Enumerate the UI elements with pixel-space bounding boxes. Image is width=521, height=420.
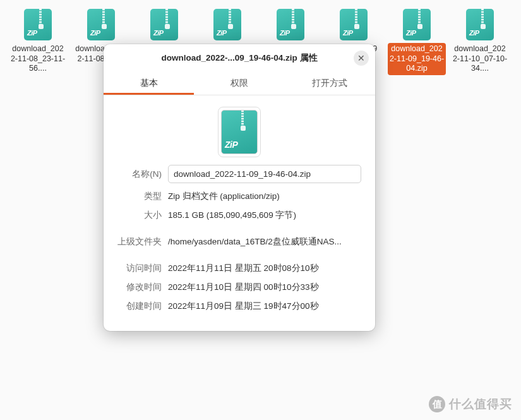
label-accessed: 访问时间 — [117, 263, 168, 274]
value-modified: 2022年11月10日 星期四 00时10分33秒 — [168, 282, 361, 293]
watermark: 值 什么值得买 — [429, 396, 512, 412]
zip-icon: ZiP — [150, 9, 178, 40]
zip-icon: ZiP — [24, 9, 52, 40]
value-created: 2022年11月09日 星期三 19时47分00秒 — [168, 301, 361, 312]
file-item[interactable]: ZiPdownload_2022-11-08_23-11-56.... — [6, 6, 69, 78]
dialog-title: download_2022-...09_19-46-04.zip 属性 — [161, 52, 317, 64]
filename-input[interactable] — [168, 165, 361, 183]
zip-icon: ZiP — [213, 9, 241, 40]
row-size: 大小 185.1 GB (185,090,495,609 字节) — [117, 210, 361, 221]
file-label: download_2022-11-08_23-11-56.... — [9, 43, 67, 75]
value-parent: /home/yasden/data_16TB/2盘位威联通NAS... — [168, 236, 361, 248]
watermark-text: 什么值得买 — [449, 396, 512, 412]
label-created: 创建时间 — [117, 301, 168, 312]
row-type: 类型 Zip 归档文件 (application/zip) — [117, 191, 361, 202]
value-size: 185.1 GB (185,090,495,609 字节) — [168, 210, 361, 221]
zip-icon: ZiP — [221, 110, 258, 154]
row-created: 创建时间 2022年11月09日 星期三 19时47分00秒 — [117, 301, 361, 312]
file-type-icon-area: ZiP — [117, 107, 361, 157]
watermark-badge: 值 — [429, 396, 445, 412]
close-button[interactable]: ✕ — [354, 51, 369, 66]
label-modified: 修改时间 — [117, 282, 168, 293]
file-item[interactable]: ZiPdownload_2022-11-09_19-46-04.zip — [385, 6, 448, 78]
file-label: download_2022-11-09_19-46-04.zip — [388, 43, 446, 75]
row-modified: 修改时间 2022年11月10日 星期四 00时10分33秒 — [117, 282, 361, 293]
file-label: download_2022-11-10_07-10-34.... — [451, 43, 509, 75]
dialog-tabs: 基本 权限 打开方式 — [104, 72, 375, 95]
dialog-header: download_2022-...09_19-46-04.zip 属性 ✕ — [104, 44, 375, 72]
value-accessed: 2022年11月11日 星期五 20时08分10秒 — [168, 263, 361, 274]
label-type: 类型 — [117, 191, 168, 202]
value-type: Zip 归档文件 (application/zip) — [168, 191, 361, 202]
row-accessed: 访问时间 2022年11月11日 星期五 20时08分10秒 — [117, 263, 361, 274]
properties-dialog: download_2022-...09_19-46-04.zip 属性 ✕ 基本… — [104, 44, 375, 331]
label-size: 大小 — [117, 210, 168, 221]
label-name: 名称(N) — [117, 169, 168, 180]
row-name: 名称(N) — [117, 165, 361, 183]
row-parent: 上级文件夹 /home/yasden/data_16TB/2盘位威联通NAS..… — [117, 236, 361, 248]
close-icon: ✕ — [357, 53, 365, 63]
label-parent: 上级文件夹 — [117, 236, 168, 248]
zip-icon: ZiP — [87, 9, 115, 40]
tab-open-with[interactable]: 打开方式 — [285, 72, 375, 95]
tab-basic[interactable]: 基本 — [104, 72, 194, 95]
file-item[interactable]: ZiPdownload_2022-11-10_07-10-34.... — [448, 6, 512, 78]
zip-icon: ZiP — [277, 9, 304, 40]
dialog-body: ZiP 名称(N) 类型 Zip 归档文件 (application/zip) … — [104, 95, 375, 331]
zip-icon: ZiP — [466, 9, 494, 40]
tab-permissions[interactable]: 权限 — [194, 72, 284, 95]
zip-icon: ZiP — [403, 9, 431, 40]
zip-icon: ZiP — [340, 9, 368, 40]
